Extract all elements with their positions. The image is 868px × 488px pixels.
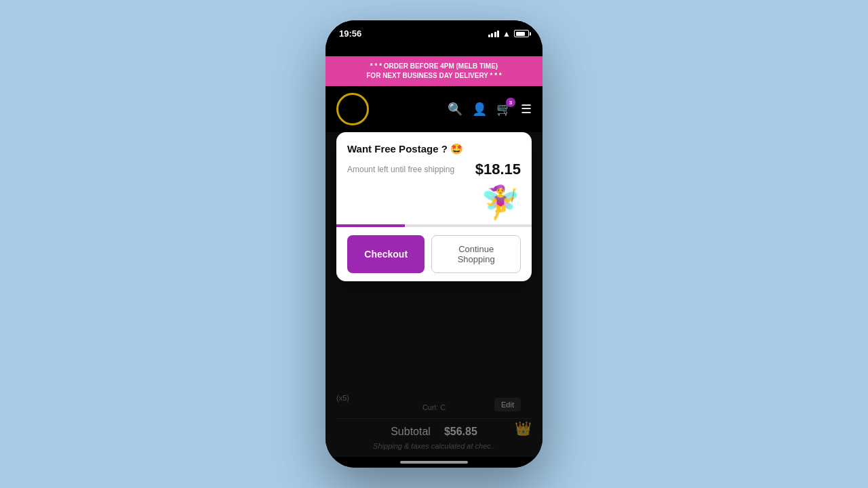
status-bar: 19:56 ▲	[326, 20, 542, 41]
menu-icon[interactable]: ☰	[521, 102, 532, 117]
signal-icon	[488, 30, 500, 37]
logo	[336, 93, 369, 125]
free-postage-modal: Want Free Postage ? 🤩 Amount left until …	[336, 132, 532, 281]
home-bar	[400, 461, 468, 464]
header-icons: 🔍 👤 🛒 3 ☰	[448, 102, 532, 117]
home-indicator	[326, 457, 542, 468]
modal-overlay: Want Free Postage ? 🤩 Amount left until …	[326, 132, 542, 457]
cart-badge: 3	[506, 98, 515, 107]
continue-shopping-button[interactable]: Continue Shopping	[431, 235, 521, 273]
character-area: 🧚‍♀️	[347, 184, 521, 224]
account-icon[interactable]: 👤	[472, 102, 487, 117]
status-time: 19:56	[339, 28, 361, 39]
search-icon[interactable]: 🔍	[448, 102, 462, 117]
notch	[390, 41, 478, 56]
shipping-info: Amount left until free shipping $18.15	[347, 161, 521, 178]
status-icons: ▲	[488, 29, 529, 39]
header: 🔍 👤 🛒 3 ☰	[326, 86, 542, 132]
modal-title: Want Free Postage ? 🤩	[347, 143, 521, 155]
promo-banner: * * * ORDER BEFORE 4PM (MELB TIME) FOR N…	[326, 56, 542, 86]
modal-buttons: Checkout Continue Shopping	[336, 227, 532, 281]
shipping-label: Amount left until free shipping	[347, 165, 454, 174]
checkout-button[interactable]: Checkout	[347, 235, 425, 273]
battery-icon	[514, 30, 529, 37]
wifi-icon: ▲	[502, 29, 511, 39]
character-illustration: 🧚‍♀️	[480, 186, 521, 219]
main-content: (x5) Edit Curl: C Subtotal $56.85 Shippi…	[326, 132, 542, 457]
phone-screen: 19:56 ▲ * * * ORDER BEFORE 4PM (MELB TIM…	[326, 20, 542, 468]
shipping-amount: $18.15	[475, 161, 521, 178]
cart-icon[interactable]: 🛒 3	[496, 102, 511, 117]
modal-body: Want Free Postage ? 🤩 Amount left until …	[336, 132, 532, 224]
phone-frame: 19:56 ▲ * * * ORDER BEFORE 4PM (MELB TIM…	[326, 20, 542, 468]
